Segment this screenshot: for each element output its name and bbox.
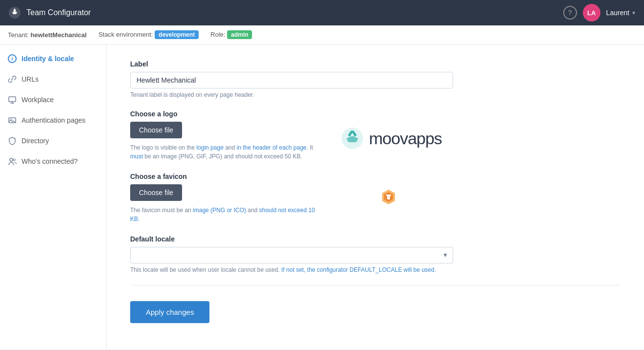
favicon-preview-area: [340, 188, 437, 206]
sidebar-item-identity-locale[interactable]: i Identity & locale: [0, 48, 106, 69]
moovapps-logo-icon: [340, 126, 365, 151]
label-section-title: Label: [130, 60, 621, 68]
sidebar-item-identity-locale-label: Identity & locale: [22, 55, 74, 63]
locale-section: Default locale English French German ▼ T…: [130, 235, 621, 273]
stack-info: Stack environment: development: [98, 30, 199, 39]
logo-preview-area: moovapps: [340, 126, 442, 151]
locale-select-wrapper: English French German ▼: [130, 247, 453, 263]
role-label: Role:: [210, 31, 225, 38]
favicon-section-left: Choose file The favicon must be an image…: [130, 184, 316, 223]
stack-label: Stack environment:: [98, 31, 153, 38]
topbar-right: ? LA Laurent ▼: [563, 4, 636, 22]
svg-point-5: [10, 158, 13, 161]
app-logo-icon: [8, 6, 22, 20]
help-icon[interactable]: ?: [563, 6, 577, 20]
user-menu[interactable]: Laurent ▼: [606, 9, 636, 17]
locale-hint: This locale will be used when user local…: [130, 266, 621, 273]
sidebar-item-urls-label: URLs: [22, 75, 39, 83]
monitor-icon: [8, 95, 17, 104]
logo-section: Choose a logo Choose file The logo is vi…: [130, 110, 621, 161]
topbar: Team Configurator ? LA Laurent ▼: [0, 0, 644, 25]
choose-favicon-button[interactable]: Choose file: [130, 184, 182, 201]
logo-section-title: Choose a logo: [130, 110, 621, 118]
stack-badge: development: [155, 30, 199, 39]
shield-icon: [8, 136, 17, 145]
people-icon: [8, 157, 17, 166]
svg-point-6: [13, 159, 15, 161]
subheader: Tenant: hewlettMechanical Stack environm…: [0, 25, 644, 44]
sidebar-item-workplace[interactable]: Workplace: [0, 89, 106, 110]
avatar[interactable]: LA: [583, 4, 600, 22]
favicon-preview-icon: [380, 188, 397, 206]
sidebar-item-authentication-pages-label: Authentication pages: [22, 116, 86, 124]
favicon-section: Choose a favicon Choose file The favicon…: [130, 173, 621, 223]
sidebar-item-workplace-label: Workplace: [22, 96, 54, 104]
choose-logo-button[interactable]: Choose file: [130, 122, 182, 138]
tenant-label: Tenant:: [8, 31, 29, 39]
tenant-info: Tenant: hewlettMechanical: [8, 31, 87, 39]
logo-section-row: Choose file The logo is visible on the l…: [130, 122, 621, 161]
user-name-label: Laurent: [606, 9, 629, 17]
moovapps-logo: moovapps: [340, 126, 442, 151]
locale-hint-text1: This locale will be used when user local…: [130, 266, 280, 273]
sidebar: i Identity & locale URLs Workplace: [0, 44, 107, 349]
sidebar-item-directory[interactable]: Directory: [0, 131, 106, 151]
favicon-section-row: Choose file The favicon must be an image…: [130, 184, 621, 223]
sidebar-item-whos-connected-label: Who's connected?: [22, 157, 78, 165]
locale-select[interactable]: English French German: [130, 247, 453, 263]
link-icon: [8, 75, 17, 84]
moovapps-text: moovapps: [369, 129, 442, 148]
label-section: Label Tenant label is displayed on every…: [130, 60, 621, 98]
logo-section-left: Choose file The logo is visible on the l…: [130, 122, 316, 161]
svg-text:i: i: [12, 56, 13, 62]
locale-hint-text2: If not set, the configurator DEFAULT_LOC…: [281, 266, 436, 273]
main-content: Label Tenant label is displayed on every…: [107, 44, 644, 349]
layout: i Identity & locale URLs Workplace: [0, 44, 644, 349]
favicon-section-hint: The favicon must be an image (PNG or ICO…: [130, 206, 316, 223]
sidebar-item-authentication-pages[interactable]: Authentication pages: [0, 110, 106, 131]
locale-section-title: Default locale: [130, 235, 621, 243]
app-title: Team Configurator: [26, 8, 91, 17]
favicon-section-title: Choose a favicon: [130, 173, 621, 180]
svg-rect-2: [9, 97, 16, 102]
role-badge: admin: [227, 30, 252, 39]
label-input[interactable]: [130, 72, 453, 88]
info-circle-icon: i: [8, 54, 17, 63]
sidebar-item-directory-label: Directory: [22, 137, 49, 145]
label-section-hint: Tenant label is displayed on every page …: [130, 91, 621, 98]
sidebar-item-whos-connected[interactable]: Who's connected?: [0, 151, 106, 172]
chevron-down-icon: ▼: [631, 10, 636, 16]
divider: [130, 285, 621, 285]
tenant-value: hewlettMechanical: [30, 31, 87, 39]
role-info: Role: admin: [210, 30, 252, 39]
topbar-left: Team Configurator: [8, 6, 91, 20]
image-icon: [8, 116, 17, 125]
logo-section-hint: The logo is visible on the login page an…: [130, 143, 316, 161]
svg-rect-10: [386, 195, 391, 196]
sidebar-item-urls[interactable]: URLs: [0, 69, 106, 89]
apply-changes-button[interactable]: Apply changes: [130, 301, 209, 323]
